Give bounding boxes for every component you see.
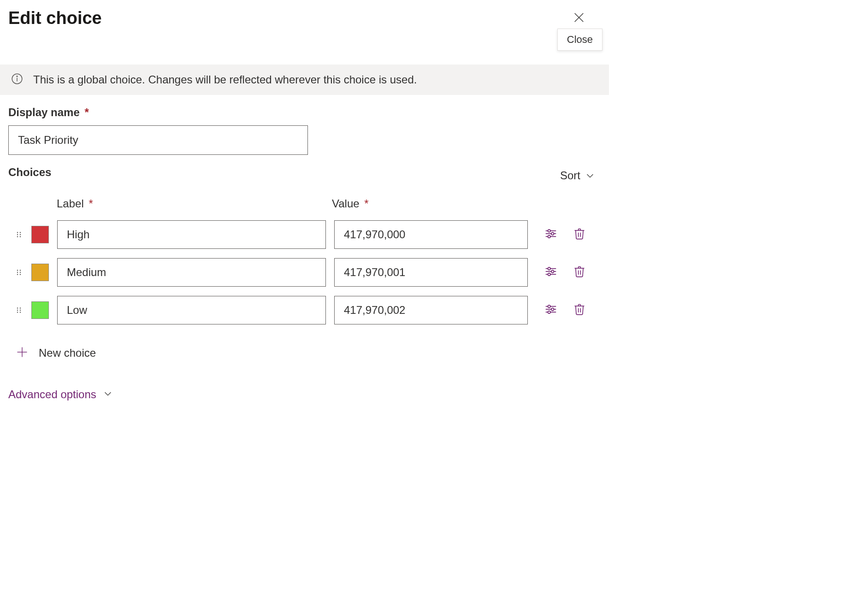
info-icon bbox=[11, 73, 23, 87]
color-swatch[interactable] bbox=[31, 226, 49, 243]
chevron-down-icon bbox=[103, 389, 113, 401]
svg-point-12 bbox=[548, 230, 551, 232]
plus-icon bbox=[16, 346, 29, 360]
row-delete-button[interactable] bbox=[572, 227, 587, 242]
svg-point-4 bbox=[17, 76, 18, 77]
display-name-input[interactable] bbox=[8, 125, 308, 155]
choice-value-input[interactable] bbox=[334, 296, 528, 324]
svg-point-14 bbox=[551, 232, 554, 235]
svg-point-8 bbox=[20, 234, 21, 235]
new-choice-button[interactable]: New choice bbox=[0, 329, 609, 360]
choice-label-input[interactable] bbox=[57, 296, 326, 324]
trash-icon bbox=[573, 227, 586, 242]
page-title: Edit choice bbox=[8, 8, 102, 28]
sliders-icon bbox=[544, 302, 558, 318]
panel-header: Edit choice Close bbox=[0, 0, 609, 65]
svg-point-42 bbox=[551, 308, 554, 311]
svg-point-35 bbox=[17, 310, 18, 311]
sliders-icon bbox=[544, 227, 558, 242]
trash-icon bbox=[573, 265, 586, 280]
trash-icon bbox=[573, 303, 586, 318]
close-tooltip: Close bbox=[557, 29, 602, 51]
display-name-label: Display name * bbox=[8, 106, 89, 119]
choice-value-input[interactable] bbox=[334, 258, 528, 287]
svg-point-40 bbox=[548, 305, 551, 308]
required-asterisk: * bbox=[89, 197, 93, 210]
row-actions bbox=[543, 227, 587, 242]
choices-header: Choices Sort bbox=[0, 155, 609, 188]
row-settings-button[interactable] bbox=[543, 265, 558, 280]
svg-point-5 bbox=[17, 232, 18, 233]
svg-point-21 bbox=[17, 272, 18, 273]
info-banner: This is a global choice. Changes will be… bbox=[0, 65, 609, 95]
choice-row bbox=[0, 216, 609, 253]
drag-handle-icon[interactable] bbox=[8, 230, 30, 239]
svg-point-9 bbox=[17, 236, 18, 237]
svg-point-23 bbox=[17, 274, 18, 275]
svg-point-44 bbox=[548, 311, 551, 314]
sort-button[interactable]: Sort bbox=[560, 169, 601, 182]
row-actions bbox=[543, 303, 587, 318]
close-button[interactable] bbox=[570, 8, 588, 27]
choice-label-input[interactable] bbox=[57, 258, 326, 287]
svg-point-22 bbox=[20, 272, 21, 273]
svg-point-38 bbox=[20, 312, 21, 312]
sliders-icon bbox=[544, 265, 558, 280]
display-name-label-text: Display name bbox=[8, 106, 80, 118]
close-icon bbox=[573, 11, 585, 24]
advanced-options-toggle[interactable]: Advanced options bbox=[0, 360, 609, 404]
column-header-label: Label * bbox=[57, 197, 325, 210]
svg-point-10 bbox=[20, 236, 21, 237]
svg-point-19 bbox=[17, 270, 18, 271]
drag-handle-icon[interactable] bbox=[8, 268, 30, 277]
advanced-options-label: Advanced options bbox=[8, 388, 96, 401]
close-area: Close bbox=[557, 8, 601, 51]
row-delete-button[interactable] bbox=[572, 303, 587, 318]
sort-label: Sort bbox=[560, 169, 580, 182]
row-actions bbox=[543, 265, 587, 280]
svg-point-37 bbox=[17, 312, 18, 312]
column-header-value: Value * bbox=[332, 197, 526, 210]
edit-choice-panel: Edit choice Close This is a global choic… bbox=[0, 0, 609, 404]
svg-point-33 bbox=[17, 307, 18, 308]
svg-point-34 bbox=[20, 307, 21, 308]
color-swatch[interactable] bbox=[31, 301, 49, 319]
required-asterisk: * bbox=[364, 197, 368, 210]
row-settings-button[interactable] bbox=[543, 227, 558, 242]
svg-point-30 bbox=[548, 273, 551, 276]
row-delete-button[interactable] bbox=[572, 265, 587, 280]
new-choice-label: New choice bbox=[39, 347, 96, 359]
required-asterisk: * bbox=[84, 106, 89, 118]
svg-point-6 bbox=[20, 232, 21, 233]
svg-point-24 bbox=[20, 274, 21, 275]
color-swatch[interactable] bbox=[31, 264, 49, 281]
choice-value-input[interactable] bbox=[334, 220, 528, 249]
choice-label-input[interactable] bbox=[57, 220, 326, 249]
display-name-section: Display name * bbox=[0, 95, 609, 155]
svg-point-16 bbox=[548, 236, 551, 238]
choice-row bbox=[0, 291, 609, 329]
svg-point-20 bbox=[20, 270, 21, 271]
svg-point-36 bbox=[20, 310, 21, 311]
drag-handle-icon[interactable] bbox=[8, 306, 30, 314]
info-banner-text: This is a global choice. Changes will be… bbox=[33, 73, 417, 86]
choice-rows-container bbox=[0, 216, 609, 329]
choices-heading: Choices bbox=[8, 166, 51, 179]
svg-point-7 bbox=[17, 234, 18, 235]
choice-row bbox=[0, 253, 609, 291]
chevron-down-icon bbox=[585, 171, 595, 181]
choice-column-headers: Label * Value * bbox=[0, 188, 609, 216]
svg-point-26 bbox=[548, 267, 551, 270]
svg-point-28 bbox=[551, 270, 554, 273]
row-settings-button[interactable] bbox=[543, 303, 558, 318]
